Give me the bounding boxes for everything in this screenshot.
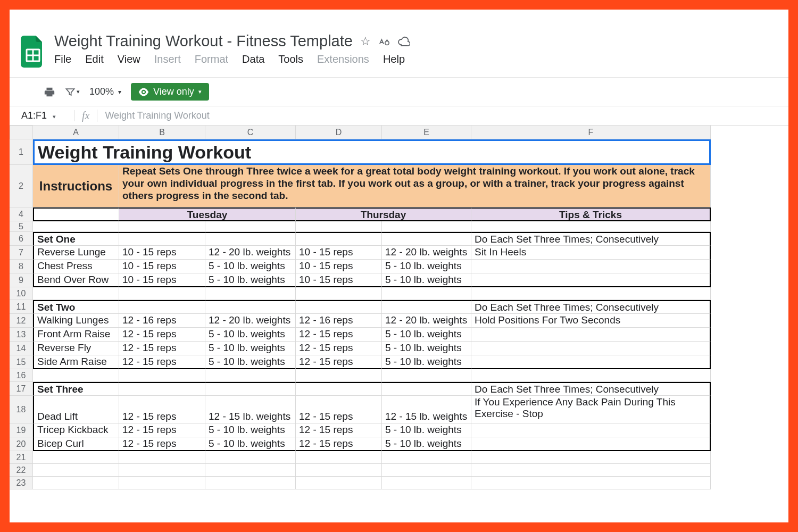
cell[interactable]: 5 - 10 lb. weights (205, 260, 296, 273)
cell[interactable]: Walking Lunges (33, 314, 119, 328)
cell[interactable] (382, 287, 471, 300)
row-1[interactable]: 1 (10, 139, 33, 165)
cell[interactable]: Do Each Set Three Times; Consecutively (471, 300, 711, 314)
cell[interactable] (296, 464, 382, 477)
row-23[interactable]: 23 (10, 477, 33, 489)
sheets-logo-icon[interactable] (19, 34, 47, 70)
cell[interactable] (471, 260, 711, 273)
cell[interactable] (296, 221, 382, 232)
cell[interactable]: 12 - 15 lb. weights (205, 396, 296, 423)
cell[interactable] (471, 273, 711, 287)
col-B[interactable]: B (119, 126, 205, 139)
row-20[interactable]: 20 (10, 437, 33, 451)
cell[interactable] (382, 232, 471, 246)
cell[interactable] (471, 464, 711, 477)
menu-file[interactable]: File (54, 53, 71, 65)
row-15[interactable]: 15 (10, 355, 33, 369)
cell[interactable]: 12 - 15 reps (296, 437, 382, 451)
cell[interactable] (471, 451, 711, 464)
cell[interactable]: 5 - 10 lb. weights (205, 273, 296, 287)
cell[interactable] (119, 451, 205, 464)
cell[interactable]: 12 - 20 lb. weights (382, 246, 471, 260)
cell[interactable]: 12 - 15 reps (119, 355, 205, 369)
cell[interactable] (382, 451, 471, 464)
row-5[interactable]: 5 (10, 221, 33, 232)
cell[interactable] (205, 477, 296, 489)
cell[interactable] (33, 464, 119, 477)
cell[interactable]: Reverse Fly (33, 342, 119, 355)
cell[interactable] (205, 382, 296, 396)
menu-data[interactable]: Data (242, 53, 264, 65)
cell[interactable]: Sit In Heels (471, 246, 711, 260)
row-13[interactable]: 13 (10, 328, 33, 342)
row-12[interactable]: 12 (10, 314, 33, 328)
row-2[interactable]: 2 (10, 165, 33, 207)
cell[interactable] (382, 382, 471, 396)
set-name[interactable]: Set Three (33, 382, 119, 396)
star-icon[interactable]: ☆ (360, 35, 371, 48)
cell[interactable]: 12 - 16 reps (119, 314, 205, 328)
menu-edit[interactable]: Edit (85, 53, 103, 65)
cell[interactable]: 5 - 10 lb. weights (382, 328, 471, 342)
cell[interactable] (471, 355, 711, 369)
cell[interactable]: 12 - 20 lb. weights (205, 314, 296, 328)
row-8[interactable]: 8 (10, 260, 33, 273)
cell[interactable]: 10 - 15 reps (296, 246, 382, 260)
cell[interactable] (296, 451, 382, 464)
cell[interactable]: Bend Over Row (33, 273, 119, 287)
row-21[interactable]: 21 (10, 451, 33, 464)
instructions-label[interactable]: Instructions (33, 165, 119, 207)
cell[interactable]: 5 - 10 lb. weights (205, 342, 296, 355)
cell[interactable]: 12 - 15 reps (119, 423, 205, 437)
cell[interactable] (296, 287, 382, 300)
cell[interactable]: Do Each Set Three Times; Consecutively (471, 382, 711, 396)
cell[interactable]: Front Arm Raise (33, 328, 119, 342)
cell[interactable] (382, 369, 471, 382)
cell[interactable] (205, 300, 296, 314)
cell[interactable]: Chest Press (33, 260, 119, 273)
menu-help[interactable]: Help (383, 53, 405, 65)
cell[interactable]: 12 - 15 reps (296, 396, 382, 423)
cell[interactable] (296, 300, 382, 314)
cell-grid[interactable]: Weight Training Workout Instructions Rep… (33, 139, 788, 489)
tips-header[interactable]: Tips & Tricks (471, 207, 711, 221)
cell[interactable] (471, 369, 711, 382)
cell[interactable] (382, 464, 471, 477)
cell[interactable] (205, 464, 296, 477)
cell[interactable]: 12 - 20 lb. weights (382, 314, 471, 328)
row-7[interactable]: 7 (10, 246, 33, 260)
row-14[interactable]: 14 (10, 342, 33, 355)
cell[interactable] (119, 232, 205, 246)
cell[interactable] (33, 477, 119, 489)
cell[interactable] (119, 369, 205, 382)
cell[interactable] (205, 451, 296, 464)
cell[interactable] (119, 300, 205, 314)
row-11[interactable]: 11 (10, 300, 33, 314)
cell[interactable] (471, 423, 711, 437)
set-name[interactable]: Set Two (33, 300, 119, 314)
cell[interactable] (119, 221, 205, 232)
document-title[interactable]: Weight Training Workout - Fitness Templa… (54, 32, 353, 50)
set-name[interactable]: Set One (33, 232, 119, 246)
cell[interactable]: Tricep Kickback (33, 423, 119, 437)
cell[interactable] (471, 287, 711, 300)
cell[interactable] (382, 477, 471, 489)
row-9[interactable]: 9 (10, 273, 33, 287)
cell[interactable]: 5 - 10 lb. weights (205, 423, 296, 437)
cell[interactable]: Side Arm Raise (33, 355, 119, 369)
print-icon[interactable] (44, 86, 55, 98)
cell[interactable]: 5 - 10 lb. weights (382, 355, 471, 369)
row-19[interactable]: 19 (10, 423, 33, 437)
cell[interactable] (33, 451, 119, 464)
sheet-title-cell[interactable]: Weight Training Workout (33, 139, 711, 165)
move-icon[interactable] (378, 36, 390, 47)
cell[interactable] (471, 328, 711, 342)
cell[interactable]: 12 - 15 reps (296, 355, 382, 369)
cell[interactable]: 12 - 15 reps (119, 437, 205, 451)
cell[interactable]: 5 - 10 lb. weights (382, 423, 471, 437)
cell[interactable]: Reverse Lunge (33, 246, 119, 260)
cell[interactable] (119, 287, 205, 300)
name-box[interactable]: A1:F1 ▾ (21, 110, 74, 121)
cell[interactable]: 12 - 15 reps (119, 396, 205, 423)
cell[interactable]: 12 - 15 reps (296, 423, 382, 437)
